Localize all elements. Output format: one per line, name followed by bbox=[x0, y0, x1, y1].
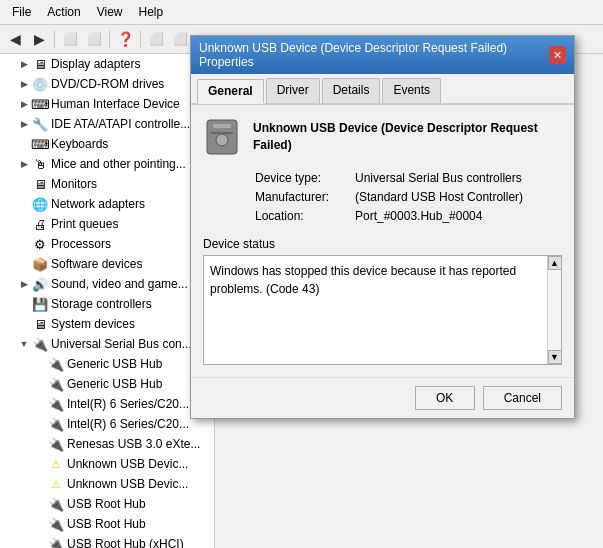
mice-icon: 🖱 bbox=[32, 156, 48, 172]
dialog-close-button[interactable]: ✕ bbox=[549, 46, 566, 64]
unknown2-icon: ⚠ bbox=[48, 476, 64, 492]
tree-item-generic-hub1[interactable]: 🔌 Generic USB Hub bbox=[0, 354, 214, 374]
tree-item-mice[interactable]: ▶ 🖱 Mice and other pointing... bbox=[0, 154, 214, 174]
dialog-titlebar: Unknown USB Device (Device Descriptor Re… bbox=[191, 36, 574, 74]
manufacturer-label: Manufacturer: bbox=[255, 190, 355, 204]
scroll-up-arrow[interactable]: ▲ bbox=[548, 256, 562, 270]
intel2-icon: 🔌 bbox=[48, 416, 64, 432]
menu-help[interactable]: Help bbox=[131, 3, 172, 21]
scroll-track[interactable] bbox=[548, 270, 561, 350]
toolbar-sep1 bbox=[54, 30, 55, 48]
menu-action[interactable]: Action bbox=[39, 3, 88, 21]
tab-details[interactable]: Details bbox=[322, 78, 381, 103]
tree-item-storage[interactable]: 💾 Storage controllers bbox=[0, 294, 214, 314]
toolbar-back[interactable]: ◀ bbox=[4, 28, 26, 50]
tree-item-renesas[interactable]: 🔌 Renesas USB 3.0 eXte... bbox=[0, 434, 214, 454]
usb-root1-icon: 🔌 bbox=[48, 496, 64, 512]
tree-item-system[interactable]: 🖥 System devices bbox=[0, 314, 214, 334]
device-type-label: Device type: bbox=[255, 171, 355, 185]
tree-item-processors[interactable]: ⚙ Processors bbox=[0, 234, 214, 254]
usb-root-xhci-icon: 🔌 bbox=[48, 536, 64, 548]
tree-item-ide-atapi[interactable]: ▶ 🔧 IDE ATA/ATAPI controlle... bbox=[0, 114, 214, 134]
unknown1-icon: ⚠ bbox=[48, 456, 64, 472]
storage-icon: 💾 bbox=[32, 296, 48, 312]
menu-view[interactable]: View bbox=[89, 3, 131, 21]
svg-rect-1 bbox=[213, 124, 231, 128]
toolbar-sep3 bbox=[140, 30, 141, 48]
tab-driver[interactable]: Driver bbox=[266, 78, 320, 103]
tree-item-usb-root1[interactable]: 🔌 USB Root Hub bbox=[0, 494, 214, 514]
toolbar-btn2[interactable]: ⬜ bbox=[83, 28, 105, 50]
tree-item-usb-controllers[interactable]: ▼ 🔌 Universal Serial Bus con... bbox=[0, 334, 214, 354]
tree-item-generic-hub2[interactable]: 🔌 Generic USB Hub bbox=[0, 374, 214, 394]
tree-item-dvdcdrom[interactable]: ▶ 💿 DVD/CD-ROM drives bbox=[0, 74, 214, 94]
network-icon: 🌐 bbox=[32, 196, 48, 212]
status-scrollbar[interactable]: ▲ ▼ bbox=[547, 256, 561, 364]
print-icon: 🖨 bbox=[32, 216, 48, 232]
dialog-title: Unknown USB Device (Device Descriptor Re… bbox=[199, 41, 549, 69]
device-title: Unknown USB Device (Device Descriptor Re… bbox=[253, 120, 562, 154]
tree-item-unknown2[interactable]: ⚠ Unknown USB Devic... bbox=[0, 474, 214, 494]
tree-item-intel1[interactable]: 🔌 Intel(R) 6 Series/C20... bbox=[0, 394, 214, 414]
device-info-table: Device type: Universal Serial Bus contro… bbox=[255, 171, 562, 223]
properties-dialog: Unknown USB Device (Device Descriptor Re… bbox=[190, 35, 575, 419]
tree-panel: ▶ 🖥 Display adapters ▶ 💿 DVD/CD-ROM driv… bbox=[0, 54, 215, 548]
ok-button[interactable]: OK bbox=[415, 386, 475, 410]
device-status-box: Windows has stopped this device because … bbox=[203, 255, 562, 365]
device-type-row: Device type: Universal Serial Bus contro… bbox=[255, 171, 562, 185]
monitors-icon: 🖥 bbox=[32, 176, 48, 192]
dvdcdrom-icon: 💿 bbox=[32, 76, 48, 92]
tree-item-intel2[interactable]: 🔌 Intel(R) 6 Series/C20... bbox=[0, 414, 214, 434]
tree-item-usb-root-xhci[interactable]: 🔌 USB Root Hub (xHCI) bbox=[0, 534, 214, 548]
dialog-tabs: General Driver Details Events bbox=[191, 74, 574, 105]
manufacturer-value: (Standard USB Host Controller) bbox=[355, 190, 523, 204]
location-label: Location: bbox=[255, 209, 355, 223]
tree-item-display-adapters[interactable]: ▶ 🖥 Display adapters bbox=[0, 54, 214, 74]
tree-item-network[interactable]: 🌐 Network adapters bbox=[0, 194, 214, 214]
intel1-icon: 🔌 bbox=[48, 396, 64, 412]
device-type-value: Universal Serial Bus controllers bbox=[355, 171, 522, 185]
tree-item-unknown1[interactable]: ⚠ Unknown USB Devic... bbox=[0, 454, 214, 474]
keyboards-icon: ⌨ bbox=[32, 136, 48, 152]
ide-icon: 🔧 bbox=[32, 116, 48, 132]
generic-hub2-icon: 🔌 bbox=[48, 376, 64, 392]
usb-controllers-icon: 🔌 bbox=[32, 336, 48, 352]
processors-icon: ⚙ bbox=[32, 236, 48, 252]
toolbar-forward[interactable]: ▶ bbox=[28, 28, 50, 50]
toolbar-help[interactable]: ❓ bbox=[114, 28, 136, 50]
human-interface-icon: ⌨ bbox=[32, 96, 48, 112]
tree-item-monitors[interactable]: 🖥 Monitors bbox=[0, 174, 214, 194]
dialog-footer: OK Cancel bbox=[191, 377, 574, 418]
scroll-down-arrow[interactable]: ▼ bbox=[548, 350, 562, 364]
dialog-content: Unknown USB Device (Device Descriptor Re… bbox=[191, 105, 574, 377]
device-icon-box bbox=[203, 117, 241, 157]
menu-bar: File Action View Help bbox=[0, 0, 603, 25]
location-value: Port_#0003.Hub_#0004 bbox=[355, 209, 482, 223]
toolbar-btn3[interactable]: ⬜ bbox=[145, 28, 167, 50]
tab-general[interactable]: General bbox=[197, 79, 264, 104]
toolbar-sep2 bbox=[109, 30, 110, 48]
toolbar-btn4[interactable]: ⬜ bbox=[169, 28, 191, 50]
device-status-label: Device status bbox=[203, 237, 562, 251]
device-header: Unknown USB Device (Device Descriptor Re… bbox=[203, 117, 562, 157]
tree-item-sound[interactable]: ▶ 🔊 Sound, video and game... bbox=[0, 274, 214, 294]
main-window: File Action View Help ◀ ▶ ⬜ ⬜ ❓ ⬜ ⬜ ▶ 🖥 … bbox=[0, 0, 603, 548]
location-row: Location: Port_#0003.Hub_#0004 bbox=[255, 209, 562, 223]
device-status-text: Windows has stopped this device because … bbox=[210, 262, 555, 298]
svg-rect-3 bbox=[211, 132, 233, 134]
tree-item-keyboards[interactable]: ⌨ Keyboards bbox=[0, 134, 214, 154]
tab-events[interactable]: Events bbox=[382, 78, 441, 103]
generic-hub1-icon: 🔌 bbox=[48, 356, 64, 372]
menu-file[interactable]: File bbox=[4, 3, 39, 21]
cancel-button[interactable]: Cancel bbox=[483, 386, 562, 410]
software-icon: 📦 bbox=[32, 256, 48, 272]
tree-item-print[interactable]: 🖨 Print queues bbox=[0, 214, 214, 234]
toolbar-btn1[interactable]: ⬜ bbox=[59, 28, 81, 50]
tree-item-human-interface[interactable]: ▶ ⌨ Human Interface Device bbox=[0, 94, 214, 114]
tree-item-software-devices[interactable]: 📦 Software devices bbox=[0, 254, 214, 274]
tree-item-usb-root2[interactable]: 🔌 USB Root Hub bbox=[0, 514, 214, 534]
manufacturer-row: Manufacturer: (Standard USB Host Control… bbox=[255, 190, 562, 204]
system-icon: 🖥 bbox=[32, 316, 48, 332]
device-icon bbox=[203, 118, 241, 156]
renesas-icon: 🔌 bbox=[48, 436, 64, 452]
